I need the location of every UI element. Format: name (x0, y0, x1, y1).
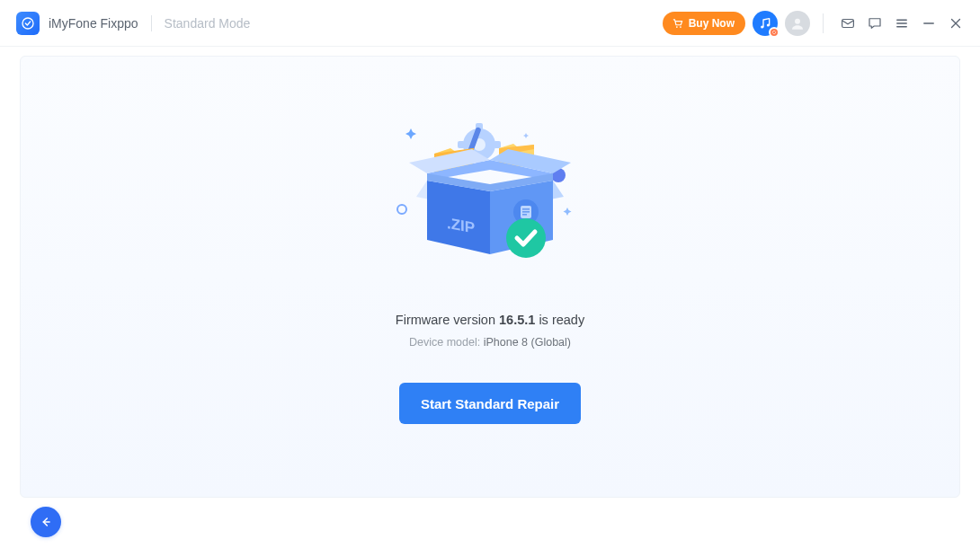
buy-now-label: Buy Now (689, 17, 735, 30)
app-title: iMyFone Fixppo (49, 16, 138, 31)
mail-icon (840, 15, 856, 31)
divider (823, 13, 824, 33)
divider (151, 15, 152, 31)
svg-rect-19 (522, 208, 530, 210)
back-arrow-icon (39, 515, 53, 529)
firmware-version: 16.5.1 (499, 313, 535, 327)
music-transfer-button[interactable] (753, 11, 778, 36)
main-panel: .ZIP Firmware version 16.5.1 is ready De… (20, 56, 960, 498)
back-button[interactable] (31, 507, 61, 537)
minimize-icon (921, 15, 937, 31)
close-button[interactable] (944, 12, 967, 35)
svg-point-22 (506, 218, 546, 258)
menu-icon (894, 15, 910, 31)
close-icon (948, 15, 964, 31)
title-bar: iMyFone Fixppo Standard Mode Buy Now (0, 0, 980, 47)
firmware-suffix: is ready (535, 313, 584, 327)
svg-point-3 (761, 25, 763, 28)
fixppo-logo-icon (21, 16, 35, 31)
buy-now-button[interactable]: Buy Now (663, 12, 745, 35)
sync-badge-icon (769, 27, 780, 38)
app-logo (16, 12, 40, 35)
svg-rect-21 (522, 214, 527, 216)
account-button[interactable] (785, 11, 810, 36)
firmware-status-text: Firmware version 16.5.1 is ready (396, 313, 584, 327)
device-model: iPhone 8 (Global) (484, 336, 571, 349)
start-standard-repair-button[interactable]: Start Standard Repair (399, 383, 581, 424)
svg-point-1 (676, 26, 678, 28)
svg-point-5 (795, 18, 800, 23)
svg-rect-20 (522, 211, 530, 213)
svg-point-4 (767, 23, 770, 26)
user-icon (789, 15, 806, 31)
firmware-box-illustration: .ZIP (391, 119, 589, 277)
feedback-button[interactable] (863, 12, 886, 35)
chat-icon (867, 15, 883, 31)
minimize-button[interactable] (917, 12, 940, 35)
mail-button[interactable] (836, 12, 860, 35)
cart-icon (672, 17, 684, 30)
svg-point-7 (397, 205, 406, 214)
svg-point-0 (22, 18, 33, 29)
svg-rect-6 (842, 19, 854, 27)
svg-rect-14 (494, 141, 501, 148)
svg-point-2 (680, 26, 682, 28)
device-prefix: Device model: (409, 336, 484, 349)
firmware-prefix: Firmware version (396, 313, 499, 327)
menu-button[interactable] (890, 12, 913, 35)
mode-title: Standard Mode (165, 16, 251, 31)
device-model-text: Device model: iPhone 8 (Global) (409, 336, 571, 349)
svg-rect-13 (458, 141, 465, 148)
